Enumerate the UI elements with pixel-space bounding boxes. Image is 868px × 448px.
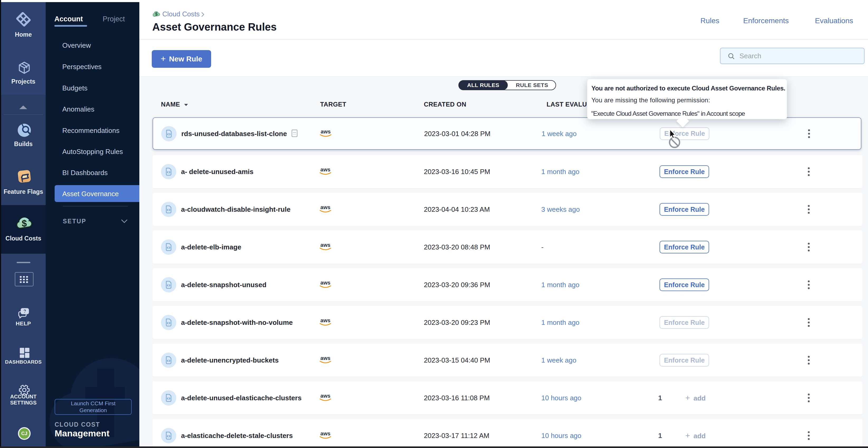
svg-text:aws: aws <box>320 204 331 210</box>
svg-text:aws: aws <box>320 355 331 361</box>
svg-text:aws: aws <box>320 280 331 285</box>
svg-text:$: $ <box>155 12 158 16</box>
svg-text:$: $ <box>22 218 27 228</box>
svg-text:aws: aws <box>320 393 331 399</box>
svg-text:aws: aws <box>321 129 331 135</box>
svg-text:aws: aws <box>320 167 331 172</box>
svg-text:aws: aws <box>320 317 331 323</box>
svg-text:aws: aws <box>320 242 331 248</box>
svg-text:aws: aws <box>320 430 331 437</box>
